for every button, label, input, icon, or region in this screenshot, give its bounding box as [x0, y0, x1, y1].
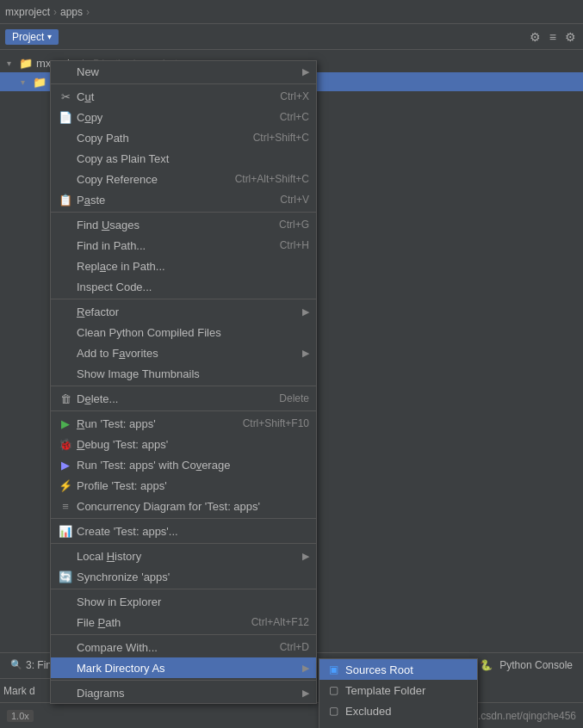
menu-item-replace-path[interactable]: Replace in Path... [51, 256, 316, 276]
resource-root-icon: ▢ [326, 725, 340, 728]
menu-item-debug-label: Debug 'Test: apps' [77, 438, 168, 451]
compare-with-shortcut: Ctrl+D [280, 641, 309, 653]
breadcrumb-apps[interactable]: apps [60, 6, 83, 18]
delete-icon: 🗑 [58, 392, 73, 405]
chevron-down-icon: ▾ [47, 32, 52, 41]
menu-item-compare-with[interactable]: Compare With... Ctrl+D [51, 637, 316, 657]
breadcrumb-mxproject[interactable]: mxproject [5, 6, 50, 18]
menu-item-compare-with-label: Compare With... [77, 641, 158, 654]
menu-item-find-path-label: Find in Path... [77, 239, 146, 252]
menu-item-profile[interactable]: ⚡ Profile 'Test: apps' [51, 475, 316, 496]
refactor-arrow-icon: ▶ [302, 306, 309, 318]
menu-item-create-label: Create 'Test: apps'... [77, 525, 178, 538]
submenu-item-excluded-label: Excluded [345, 705, 391, 718]
profile-icon: ⚡ [58, 479, 73, 492]
menu-item-run-coverage[interactable]: ▶ Run 'Test: apps' with Coverage [51, 454, 316, 475]
expand-arrow-icon: ▾ [7, 59, 16, 68]
menu-item-new[interactable]: New ▶ [51, 61, 316, 82]
menu-item-refactor[interactable]: Refactor ▶ [51, 301, 316, 322]
menu-item-file-path-label: File Path [77, 616, 121, 629]
menu-item-file-path[interactable]: File Path Ctrl+Alt+F12 [51, 612, 316, 632]
submenu-mark-directory: ▣ Sources Root ▢ Template Folder ▢ Exclu… [319, 658, 478, 728]
add-favorites-arrow-icon: ▶ [302, 348, 309, 359]
menu-item-replace-path-label: Replace in Path... [77, 260, 165, 273]
menu-item-refactor-label: Refactor [77, 305, 119, 318]
tab-python-console[interactable]: Python Console [493, 655, 580, 676]
menu-item-run-coverage-label: Run 'Test: apps' with Coverage [77, 459, 230, 472]
diagrams-arrow-icon: ▶ [302, 688, 309, 699]
sync-icon: 🔄 [58, 571, 73, 583]
menu-item-diagrams-label: Diagrams [77, 687, 125, 700]
gear-icon[interactable]: ⚙ [563, 28, 578, 46]
excluded-icon: ▢ [326, 704, 340, 718]
menu-item-copy-ref[interactable]: Copy Reference Ctrl+Alt+Shift+C [51, 169, 316, 189]
menu-item-cut[interactable]: ✂ Cut Ctrl+X [51, 86, 316, 107]
menu-item-paste[interactable]: 📋 Paste Ctrl+V [51, 189, 316, 210]
breadcrumb: mxproject › apps › [5, 6, 90, 18]
menu-item-mark-directory[interactable]: Mark Directory As ▶ [51, 657, 316, 678]
run-shortcut: Ctrl+Shift+F10 [243, 417, 309, 429]
template-folder-icon: ▢ [326, 683, 340, 697]
settings-icon[interactable]: ⚙ [528, 28, 543, 46]
toolbar-icons: ⚙ ≡ ⚙ [528, 28, 578, 46]
menu-item-copy-plain[interactable]: Copy as Plain Text [51, 148, 316, 169]
menu-item-local-history-label: Local History [77, 550, 141, 563]
menu-item-copy-plain-label: Copy as Plain Text [77, 152, 169, 165]
separator-2 [51, 212, 316, 213]
copy-icon: 📄 [58, 111, 73, 124]
menu-item-find-path[interactable]: Find in Path... Ctrl+H [51, 235, 316, 256]
folder-icon: 📁 [19, 57, 33, 70]
menu-item-copy-label: Copy [77, 111, 102, 124]
separator-10 [51, 680, 316, 681]
menu-item-mark-directory-label: Mark Directory As [77, 662, 165, 675]
menu-item-copy-path[interactable]: Copy Path Ctrl+Shift+C [51, 127, 316, 148]
paste-shortcut: Ctrl+V [280, 194, 309, 206]
project-label: Project [12, 31, 44, 43]
menu-item-delete[interactable]: 🗑 Delete... Delete [51, 388, 316, 409]
menu-item-find-usages[interactable]: Find Usages Ctrl+G [51, 214, 316, 235]
project-dropdown[interactable]: Project ▾ [5, 29, 59, 45]
menu-item-debug[interactable]: 🐞 Debug 'Test: apps' [51, 434, 316, 454]
menu-item-synchronize[interactable]: 🔄 Synchronize 'apps' [51, 566, 316, 587]
copy-shortcut: Ctrl+C [280, 111, 309, 123]
menu-item-add-favorites[interactable]: Add to Favorites ▶ [51, 342, 316, 363]
python-console-tab-area: 🐍 Python Console [480, 655, 580, 676]
python-console-icon: 🐍 [480, 659, 493, 671]
layout-icon[interactable]: ≡ [548, 28, 558, 46]
submenu-item-template-folder[interactable]: ▢ Template Folder [319, 680, 477, 700]
separator-7 [51, 543, 316, 544]
menu-item-copy[interactable]: 📄 Copy Ctrl+C [51, 107, 316, 127]
menu-item-cut-label: Cut [77, 90, 94, 103]
menu-item-add-favorites-label: Add to Favorites [77, 347, 158, 360]
separator-5 [51, 410, 316, 411]
paste-icon: 📋 [58, 194, 73, 207]
run-icon: ▶ [58, 417, 73, 430]
folder-icon: 📁 [33, 76, 47, 89]
create-icon: 📊 [58, 525, 73, 538]
menu-item-create[interactable]: 📊 Create 'Test: apps'... [51, 521, 316, 541]
local-history-arrow-icon: ▶ [302, 551, 309, 562]
separator-1 [51, 83, 316, 84]
menu-item-diagrams[interactable]: Diagrams ▶ [51, 682, 316, 703]
menu-item-concurrency[interactable]: ≡ Concurrency Diagram for 'Test: apps' [51, 496, 316, 516]
submenu-item-sources-root-label: Sources Root [345, 663, 413, 676]
submenu-item-sources-root[interactable]: ▣ Sources Root [319, 659, 477, 680]
menu-item-clean-python[interactable]: Clean Python Compiled Files [51, 322, 316, 342]
tab-python-console-label: Python Console [499, 659, 573, 671]
cut-icon: ✂ [58, 90, 73, 103]
menu-item-show-explorer[interactable]: Show in Explorer [51, 591, 316, 612]
menu-item-profile-label: Profile 'Test: apps' [77, 479, 167, 492]
menu-item-inspect-code[interactable]: Inspect Code... [51, 276, 316, 297]
menu-item-local-history[interactable]: Local History ▶ [51, 546, 316, 566]
mark-label: Mark d [3, 685, 35, 697]
concurrency-icon: ≡ [58, 500, 73, 513]
breadcrumb-bar: mxproject › apps › [0, 0, 583, 24]
arrow-icon: ▶ [302, 66, 309, 77]
menu-item-show-thumbnails[interactable]: Show Image Thumbnails [51, 363, 316, 384]
submenu-item-resource-root[interactable]: ▢ Resource Root [319, 721, 477, 728]
submenu-item-excluded[interactable]: ▢ Excluded [319, 700, 477, 721]
cut-shortcut: Ctrl+X [280, 90, 309, 102]
find-usages-shortcut: Ctrl+G [279, 219, 309, 231]
menu-item-run[interactable]: ▶ Run 'Test: apps' Ctrl+Shift+F10 [51, 413, 316, 434]
separator-8 [51, 589, 316, 589]
